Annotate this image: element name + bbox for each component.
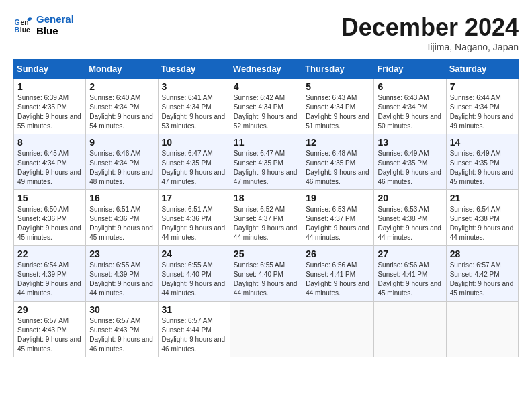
day-cell-3: 3 Sunrise: 6:41 AMSunset: 4:34 PMDayligh… bbox=[158, 79, 230, 134]
logo: G en B lue General Blue bbox=[13, 13, 74, 37]
cell-info-9: Sunrise: 6:46 AMSunset: 4:34 PMDaylight:… bbox=[89, 149, 154, 187]
cell-info-13: Sunrise: 6:49 AMSunset: 4:35 PMDaylight:… bbox=[378, 149, 442, 187]
week-row-5: 29 Sunrise: 6:57 AMSunset: 4:43 PMDaylig… bbox=[14, 302, 519, 357]
logo-icon: G en B lue bbox=[13, 15, 34, 35]
day-number-16: 16 bbox=[89, 193, 154, 203]
week-row-2: 8 Sunrise: 6:45 AMSunset: 4:34 PMDayligh… bbox=[14, 134, 519, 190]
cell-info-24: Sunrise: 6:55 AMSunset: 4:40 PMDaylight:… bbox=[162, 261, 226, 298]
day-number-15: 15 bbox=[17, 193, 82, 203]
day-number-2: 2 bbox=[89, 81, 154, 92]
cell-info-6: Sunrise: 6:43 AMSunset: 4:34 PMDaylight:… bbox=[378, 93, 442, 131]
day-number-25: 25 bbox=[234, 248, 298, 259]
day-cell-8: 8 Sunrise: 6:45 AMSunset: 4:34 PMDayligh… bbox=[14, 134, 86, 190]
day-number-12: 12 bbox=[306, 137, 370, 148]
day-number-26: 26 bbox=[306, 248, 370, 259]
day-cell-23: 23 Sunrise: 6:55 AMSunset: 4:39 PMDaylig… bbox=[86, 246, 158, 302]
cell-info-30: Sunrise: 6:57 AMSunset: 4:43 PMDaylight:… bbox=[89, 316, 154, 354]
day-number-14: 14 bbox=[450, 137, 515, 148]
svg-text:B: B bbox=[15, 26, 20, 34]
day-number-20: 20 bbox=[378, 193, 442, 203]
cell-info-11: Sunrise: 6:47 AMSunset: 4:35 PMDaylight:… bbox=[234, 149, 298, 187]
cell-info-1: Sunrise: 6:39 AMSunset: 4:35 PMDaylight:… bbox=[17, 93, 82, 131]
cell-info-16: Sunrise: 6:51 AMSunset: 4:36 PMDaylight:… bbox=[89, 205, 154, 242]
header-row: Sunday Monday Tuesday Wednesday Thursday… bbox=[14, 60, 519, 79]
day-cell-14: 14 Sunrise: 6:49 AMSunset: 4:35 PMDaylig… bbox=[446, 134, 518, 190]
col-saturday: Saturday bbox=[446, 60, 518, 79]
day-cell-17: 17 Sunrise: 6:51 AMSunset: 4:36 PMDaylig… bbox=[158, 190, 230, 246]
day-number-31: 31 bbox=[162, 304, 226, 315]
day-number-6: 6 bbox=[378, 81, 442, 92]
calendar-table: Sunday Monday Tuesday Wednesday Thursday… bbox=[13, 59, 519, 357]
day-number-19: 19 bbox=[306, 193, 370, 203]
svg-text:lue: lue bbox=[20, 26, 30, 34]
cell-info-8: Sunrise: 6:45 AMSunset: 4:34 PMDaylight:… bbox=[17, 149, 82, 187]
col-thursday: Thursday bbox=[302, 60, 374, 79]
day-cell-9: 9 Sunrise: 6:46 AMSunset: 4:34 PMDayligh… bbox=[86, 134, 158, 190]
day-number-30: 30 bbox=[89, 304, 154, 315]
day-cell-16: 16 Sunrise: 6:51 AMSunset: 4:36 PMDaylig… bbox=[86, 190, 158, 246]
calendar-body: 1 Sunrise: 6:39 AMSunset: 4:35 PMDayligh… bbox=[14, 79, 519, 357]
col-tuesday: Tuesday bbox=[158, 60, 230, 79]
day-number-27: 27 bbox=[378, 248, 442, 259]
day-number-13: 13 bbox=[378, 137, 442, 148]
day-cell-12: 12 Sunrise: 6:48 AMSunset: 4:35 PMDaylig… bbox=[302, 134, 374, 190]
day-number-29: 29 bbox=[17, 304, 82, 315]
cell-info-5: Sunrise: 6:43 AMSunset: 4:34 PMDaylight:… bbox=[306, 93, 370, 131]
day-number-9: 9 bbox=[89, 137, 154, 148]
cell-info-12: Sunrise: 6:48 AMSunset: 4:35 PMDaylight:… bbox=[306, 149, 370, 187]
cell-info-3: Sunrise: 6:41 AMSunset: 4:34 PMDaylight:… bbox=[162, 93, 226, 131]
day-cell-11: 11 Sunrise: 6:47 AMSunset: 4:35 PMDaylig… bbox=[230, 134, 302, 190]
cell-info-25: Sunrise: 6:55 AMSunset: 4:40 PMDaylight:… bbox=[234, 261, 298, 298]
day-cell-20: 20 Sunrise: 6:53 AMSunset: 4:38 PMDaylig… bbox=[374, 190, 446, 246]
day-cell-6: 6 Sunrise: 6:43 AMSunset: 4:34 PMDayligh… bbox=[374, 79, 446, 134]
cell-info-2: Sunrise: 6:40 AMSunset: 4:34 PMDaylight:… bbox=[89, 93, 154, 131]
cell-info-18: Sunrise: 6:52 AMSunset: 4:37 PMDaylight:… bbox=[234, 205, 298, 242]
day-cell-10: 10 Sunrise: 6:47 AMSunset: 4:35 PMDaylig… bbox=[158, 134, 230, 190]
cell-info-26: Sunrise: 6:56 AMSunset: 4:41 PMDaylight:… bbox=[306, 261, 370, 298]
day-number-1: 1 bbox=[17, 81, 82, 92]
day-cell-2: 2 Sunrise: 6:40 AMSunset: 4:34 PMDayligh… bbox=[86, 79, 158, 134]
cell-info-23: Sunrise: 6:55 AMSunset: 4:39 PMDaylight:… bbox=[89, 261, 154, 298]
day-number-7: 7 bbox=[450, 81, 515, 92]
cell-info-10: Sunrise: 6:47 AMSunset: 4:35 PMDaylight:… bbox=[162, 149, 226, 187]
empty-cell bbox=[302, 302, 374, 357]
day-number-17: 17 bbox=[162, 193, 226, 203]
day-cell-29: 29 Sunrise: 6:57 AMSunset: 4:43 PMDaylig… bbox=[14, 302, 86, 357]
week-row-4: 22 Sunrise: 6:54 AMSunset: 4:39 PMDaylig… bbox=[14, 246, 519, 302]
empty-cell bbox=[230, 302, 302, 357]
week-row-1: 1 Sunrise: 6:39 AMSunset: 4:35 PMDayligh… bbox=[14, 79, 519, 134]
col-sunday: Sunday bbox=[14, 60, 86, 79]
day-cell-18: 18 Sunrise: 6:52 AMSunset: 4:37 PMDaylig… bbox=[230, 190, 302, 246]
day-number-23: 23 bbox=[89, 248, 154, 259]
empty-cell bbox=[374, 302, 446, 357]
day-cell-7: 7 Sunrise: 6:44 AMSunset: 4:34 PMDayligh… bbox=[446, 79, 518, 134]
day-number-22: 22 bbox=[17, 248, 82, 259]
cell-info-20: Sunrise: 6:53 AMSunset: 4:38 PMDaylight:… bbox=[378, 205, 442, 242]
day-cell-28: 28 Sunrise: 6:57 AMSunset: 4:42 PMDaylig… bbox=[446, 246, 518, 302]
cell-info-14: Sunrise: 6:49 AMSunset: 4:35 PMDaylight:… bbox=[450, 149, 515, 187]
day-cell-31: 31 Sunrise: 6:57 AMSunset: 4:44 PMDaylig… bbox=[158, 302, 230, 357]
cell-info-29: Sunrise: 6:57 AMSunset: 4:43 PMDaylight:… bbox=[17, 316, 82, 354]
day-cell-30: 30 Sunrise: 6:57 AMSunset: 4:43 PMDaylig… bbox=[86, 302, 158, 357]
location: Iijima, Nagano, Japan bbox=[341, 42, 519, 52]
day-cell-27: 27 Sunrise: 6:56 AMSunset: 4:41 PMDaylig… bbox=[374, 246, 446, 302]
cell-info-4: Sunrise: 6:42 AMSunset: 4:34 PMDaylight:… bbox=[234, 93, 298, 131]
day-number-28: 28 bbox=[450, 248, 515, 259]
day-number-24: 24 bbox=[162, 248, 226, 259]
week-row-3: 15 Sunrise: 6:50 AMSunset: 4:36 PMDaylig… bbox=[14, 190, 519, 246]
cell-info-28: Sunrise: 6:57 AMSunset: 4:42 PMDaylight:… bbox=[450, 261, 515, 298]
day-cell-13: 13 Sunrise: 6:49 AMSunset: 4:35 PMDaylig… bbox=[374, 134, 446, 190]
cell-info-19: Sunrise: 6:53 AMSunset: 4:37 PMDaylight:… bbox=[306, 205, 370, 242]
day-cell-21: 21 Sunrise: 6:54 AMSunset: 4:38 PMDaylig… bbox=[446, 190, 518, 246]
col-monday: Monday bbox=[86, 60, 158, 79]
day-number-5: 5 bbox=[306, 81, 370, 92]
day-cell-25: 25 Sunrise: 6:55 AMSunset: 4:40 PMDaylig… bbox=[230, 246, 302, 302]
col-friday: Friday bbox=[374, 60, 446, 79]
day-cell-1: 1 Sunrise: 6:39 AMSunset: 4:35 PMDayligh… bbox=[14, 79, 86, 134]
day-number-4: 4 bbox=[234, 81, 298, 92]
day-cell-4: 4 Sunrise: 6:42 AMSunset: 4:34 PMDayligh… bbox=[230, 79, 302, 134]
col-wednesday: Wednesday bbox=[230, 60, 302, 79]
day-cell-24: 24 Sunrise: 6:55 AMSunset: 4:40 PMDaylig… bbox=[158, 246, 230, 302]
title-block: December 2024 Iijima, Nagano, Japan bbox=[341, 13, 519, 52]
logo-text: General Blue bbox=[36, 13, 74, 37]
